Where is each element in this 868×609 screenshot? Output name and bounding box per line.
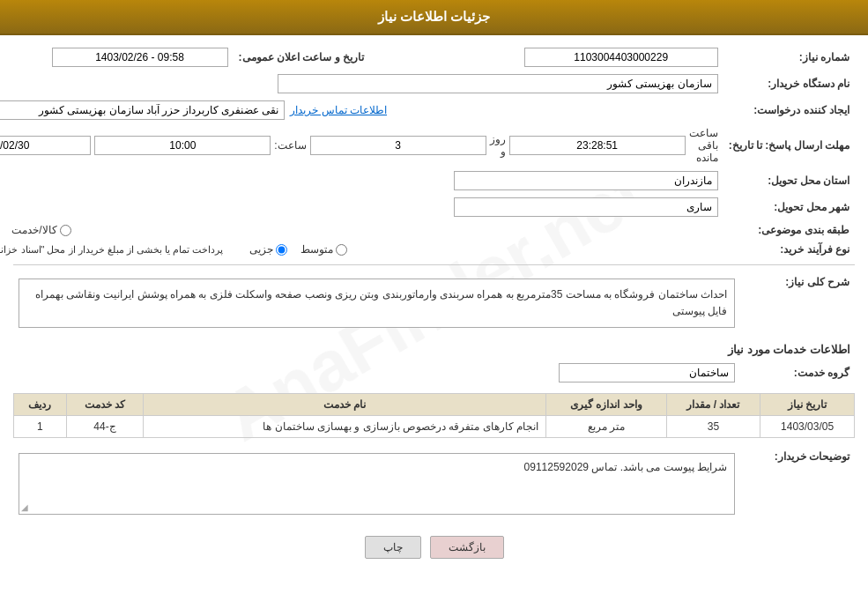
city-label: شهر محل تحویل: xyxy=(723,194,855,220)
need-description-label: شرح کلی نیاز: xyxy=(740,271,855,336)
purchase-jozi-radio[interactable] xyxy=(276,244,287,256)
need-number-label: شماره نیاز: xyxy=(723,44,855,71)
services-section-title: اطلاعات خدمات مورد نیاز xyxy=(13,343,855,356)
cell-row-num: 1 xyxy=(14,416,67,438)
creator-input[interactable] xyxy=(0,100,285,120)
services-table: تاریخ نیاز تعداد / مقدار واحد اندازه گیر… xyxy=(13,393,855,438)
col-row-num: ردیف xyxy=(14,394,67,416)
col-unit: واحد اندازه گیری xyxy=(545,394,666,416)
deadline-remaining-label: ساعت باقی مانده xyxy=(689,127,718,164)
buyer-notes-text: شرایط پیوست می باشد. تماس 09112592029 xyxy=(524,461,727,473)
category-kala-khadamat-label: کالا/خدمت xyxy=(11,224,56,236)
need-number-input[interactable] xyxy=(524,48,718,67)
col-quantity: تعداد / مقدار xyxy=(666,394,760,416)
creator-label: ایجاد کننده درخواست: xyxy=(723,97,855,123)
service-group-label: گروه خدمت: xyxy=(740,360,855,386)
purchase-jozi-label: جزیی xyxy=(249,243,273,256)
announce-datetime-input[interactable] xyxy=(52,48,228,67)
resize-handle: ◢ xyxy=(21,502,28,512)
purchase-motovaset-label: متوسط xyxy=(300,243,333,256)
cell-unit: متر مربع xyxy=(545,416,666,438)
buyer-org-input[interactable] xyxy=(278,74,718,93)
purchase-type-label: نوع فرآیند خرید: xyxy=(723,240,855,259)
announce-datetime-label: تاریخ و ساعت اعلان عمومی: xyxy=(234,44,369,71)
purchase-jozi[interactable]: جزیی xyxy=(249,243,287,256)
buyer-notes-label: توضیحات خریدار: xyxy=(740,445,855,523)
contact-link[interactable]: اطلاعات تماس خریدار xyxy=(290,104,387,116)
purchase-notice: پرداخت تمام یا بخشی از مبلغ خریدار از مح… xyxy=(0,244,223,256)
deadline-date-input[interactable] xyxy=(0,136,91,155)
category-kala-khadamat-radio[interactable] xyxy=(60,225,71,236)
deadline-days-input[interactable] xyxy=(310,136,486,155)
deadline-time-input[interactable] xyxy=(94,136,271,155)
deadline-days-label: روز و xyxy=(490,133,506,158)
table-row: 1403/03/05 35 متر مربع انجام کارهای متفر… xyxy=(14,416,855,438)
cell-service-name: انجام کارهای متفرقه درخصوص بازسازی و بهس… xyxy=(144,416,546,438)
back-button[interactable]: بازگشت xyxy=(430,536,504,559)
province-label: استان محل تحویل: xyxy=(723,167,855,194)
deadline-label: مهلت ارسال پاسخ: تا تاریخ: xyxy=(723,123,855,167)
cell-quantity: 35 xyxy=(666,416,760,438)
deadline-remaining-input[interactable] xyxy=(509,136,686,155)
buttons-row: بازگشت چاپ xyxy=(13,536,855,559)
category-kala-khadamat[interactable]: کالا/خدمت xyxy=(11,224,70,236)
buyer-org-label: نام دستگاه خریدار: xyxy=(723,71,855,97)
col-service-code: کد خدمت xyxy=(66,394,144,416)
col-date: تاریخ نیاز xyxy=(760,394,855,416)
page-header: جزئیات اطلاعات نیاز xyxy=(0,0,868,35)
print-button[interactable]: چاپ xyxy=(365,536,421,559)
purchase-motovaset[interactable]: متوسط xyxy=(300,243,347,256)
cell-service-code: ج-44 xyxy=(66,416,144,438)
buyer-notes-box: شرایط پیوست می باشد. تماس 09112592029 ◢ xyxy=(19,453,735,515)
category-label: طبقه بندی موضوعی: xyxy=(723,220,855,240)
purchase-motovaset-radio[interactable] xyxy=(336,244,347,256)
deadline-time-label: ساعت: xyxy=(274,139,306,152)
service-group-input[interactable] xyxy=(559,363,735,382)
city-input[interactable] xyxy=(454,197,718,217)
need-description-box: احداث ساختمان فروشگاه به مساحت 35مترمربع… xyxy=(19,279,735,328)
province-input[interactable] xyxy=(454,171,718,190)
col-service-name: نام خدمت xyxy=(144,394,546,416)
cell-date: 1403/03/05 xyxy=(760,416,855,438)
divider-1 xyxy=(13,264,855,265)
